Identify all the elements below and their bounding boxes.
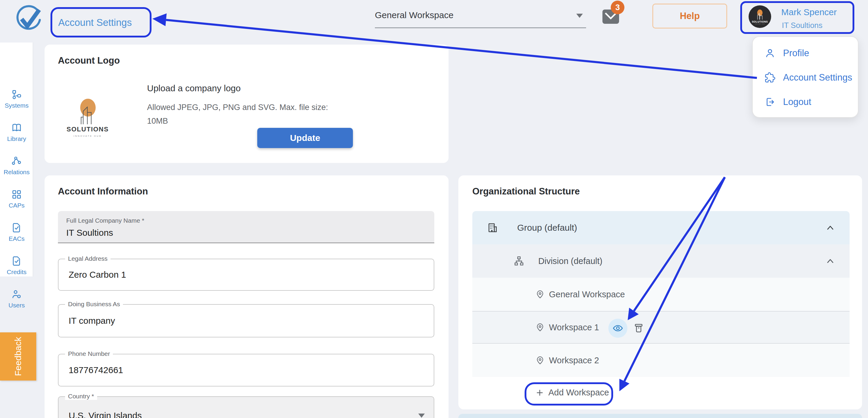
systems-icon [11, 89, 22, 99]
help-button[interactable]: Help [652, 4, 727, 29]
menu-item-label: Account Settings [783, 72, 852, 83]
logout-icon [765, 97, 775, 107]
tree-row-label: Workspace 1 [549, 323, 599, 332]
account-information-card: Account Information Full Legal Company N… [44, 175, 448, 418]
relations-icon [11, 156, 22, 166]
field-label: Legal Address [65, 255, 111, 262]
sidebar-item-library[interactable]: Library [0, 123, 33, 142]
chevron-down-icon [576, 14, 583, 18]
account-logo-card: Account Logo SOLUTIONS INNOVATE HUB Uplo… [44, 44, 448, 163]
tree-row-workspace-2[interactable]: Workspace 2 [472, 344, 849, 377]
chevron-up-icon[interactable] [826, 223, 835, 232]
org-tree: Group (default) Division (default) Gen [472, 211, 849, 408]
next-group-row-partial[interactable] [458, 414, 862, 418]
tree-row-label: Workspace 2 [549, 356, 599, 365]
top-bar: Account Settings General Workspace 3 Hel… [0, 0, 868, 41]
card-title: Account Information [58, 186, 148, 197]
country-select[interactable]: Country * U.S. Virgin Islands [58, 396, 434, 418]
file-check-icon [11, 223, 22, 233]
tree-row-workspace-1[interactable]: Workspace 1 [472, 311, 849, 344]
select-underline [375, 27, 586, 28]
library-icon [11, 123, 22, 133]
eye-icon [613, 323, 623, 334]
user-gear-icon [11, 289, 22, 299]
menu-item-label: Logout [783, 97, 811, 107]
phone-number-field[interactable]: Phone Number 18776742661 [58, 354, 434, 387]
organizational-structure-card: Organizational Structure Group (default) [458, 175, 862, 409]
mail-badge[interactable]: 3 [611, 1, 624, 14]
tree-row-label: Division (default) [538, 256, 602, 266]
view-workspace-button[interactable] [608, 319, 627, 338]
sidebar-item-relations[interactable]: Relations [0, 156, 33, 176]
upload-note-size: 10MB [147, 117, 168, 126]
user-company: IT Soultions [782, 21, 823, 30]
location-pin-icon [535, 323, 545, 332]
archive-icon[interactable] [633, 323, 644, 333]
workspace-select-value: General Workspace [375, 10, 454, 20]
doing-business-as-field[interactable]: Doing Business As IT company [58, 304, 434, 337]
sidebar-item-credits[interactable]: Credits [0, 256, 33, 276]
location-pin-icon [535, 290, 545, 299]
field-value: Zero Carbon 1 [69, 270, 126, 280]
sidebar-item-users[interactable]: Users [0, 289, 33, 309]
upload-note: Allowed JPEG, JPG, PNG and SVG. Max. fil… [147, 103, 328, 112]
company-logo-image: SOLUTIONS INNOVATE HUB [65, 94, 110, 142]
chevron-down-icon [418, 414, 425, 418]
sidebar-item-caps[interactable]: CAPs [0, 189, 33, 209]
sidebar-item-label: Credits [0, 268, 33, 276]
page-title: Account Settings [58, 17, 132, 28]
add-workspace-button[interactable]: Add Workspace [472, 377, 849, 408]
person-icon [765, 48, 775, 59]
feedback-button[interactable]: Feedback [0, 332, 36, 381]
update-button[interactable]: Update [257, 128, 353, 148]
sidebar: Systems Library Relations CAPs EACs [0, 42, 33, 276]
svg-text:INNOVATE HUB: INNOVATE HUB [74, 135, 102, 137]
menu-item-logout[interactable]: Logout [753, 90, 858, 114]
sidebar-item-label: Users [0, 302, 33, 309]
sidebar-item-label: Systems [0, 102, 33, 109]
svg-text:INNOVATE HUB: INNOVATE HUB [755, 24, 765, 25]
tree-row-division[interactable]: Division (default) [472, 244, 849, 278]
company-name-field[interactable]: Full Legal Company Name * IT Soultions [58, 211, 434, 243]
field-label: Country * [65, 393, 97, 400]
upload-heading: Upload a company logo [147, 83, 241, 93]
sidebar-item-eacs[interactable]: EACs [0, 223, 33, 242]
location-pin-icon [535, 356, 545, 365]
caps-icon [11, 189, 22, 200]
tree-row-label: Group (default) [517, 223, 577, 233]
tree-row-general-workspace[interactable]: General Workspace [472, 278, 849, 311]
card-title: Organizational Structure [472, 186, 580, 197]
field-label: Phone Number [65, 350, 113, 357]
plus-icon [535, 388, 544, 397]
app-logo-icon[interactable] [12, 4, 46, 33]
puzzle-icon [765, 72, 775, 83]
sidebar-item-label: Relations [0, 169, 33, 176]
feedback-label: Feedback [13, 337, 23, 376]
sidebar-item-label: Library [0, 135, 33, 142]
field-label: Doing Business As [65, 301, 123, 308]
user-dropdown-menu: Profile Account Settings Logout [752, 36, 859, 118]
workspace-select[interactable]: General Workspace [375, 10, 587, 29]
svg-text:SOLUTIONS: SOLUTIONS [752, 20, 768, 23]
file-check-icon [11, 256, 22, 266]
svg-text:SOLUTIONS: SOLUTIONS [66, 125, 109, 133]
field-value: 18776742661 [69, 365, 123, 375]
avatar: SOLUTIONS INNOVATE HUB [749, 5, 771, 28]
field-value: IT Soultions [66, 228, 434, 238]
card-title: Account Logo [58, 55, 120, 66]
user-name: Mark Spencer [781, 7, 837, 17]
field-label: Full Legal Company Name * [66, 217, 434, 224]
legal-address-field[interactable]: Legal Address Zero Carbon 1 [58, 259, 434, 291]
field-value: IT company [69, 316, 115, 326]
org-chart-icon [514, 256, 524, 266]
sidebar-item-label: EACs [0, 235, 33, 242]
user-menu-trigger[interactable]: SOLUTIONS INNOVATE HUB Mark Spencer IT S… [746, 4, 852, 31]
sidebar-item-label: CAPs [0, 202, 33, 209]
field-value: U.S. Virgin Islands [69, 411, 142, 418]
chevron-up-icon[interactable] [826, 257, 835, 266]
tree-row-group[interactable]: Group (default) [472, 211, 849, 244]
menu-item-label: Profile [783, 48, 809, 59]
sidebar-item-systems[interactable]: Systems [0, 89, 33, 109]
menu-item-profile[interactable]: Profile [753, 41, 858, 65]
menu-item-account-settings[interactable]: Account Settings [753, 65, 858, 90]
